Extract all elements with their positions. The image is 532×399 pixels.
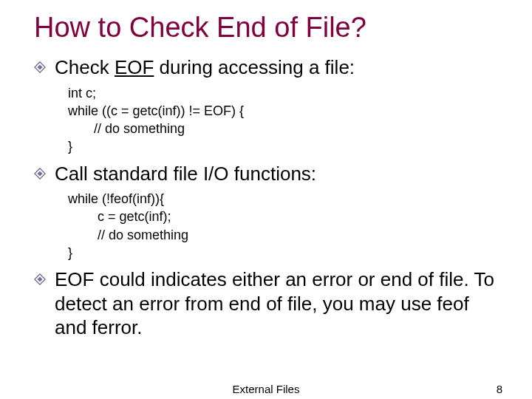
- bullet-text-1: Check EOF during accessing a file:: [55, 55, 355, 80]
- slide: How to Check End of File? Check EOF duri…: [0, 0, 532, 399]
- bullet-1-post: during accessing a file:: [154, 56, 355, 78]
- diamond-bullet-icon: [34, 273, 46, 285]
- page-number: 8: [497, 383, 502, 395]
- slide-title: How to Check End of File?: [34, 12, 504, 44]
- diamond-bullet-icon: [34, 61, 46, 73]
- svg-rect-5: [37, 277, 42, 282]
- bullet-item-2: Call standard file I/O functions:: [34, 162, 504, 186]
- bullet-1-underline: EOF: [115, 56, 154, 78]
- footer-center-text: External Files: [233, 383, 300, 395]
- code-block-2: while (!feof(inf)){ c = getc(inf); // do…: [68, 190, 504, 262]
- svg-rect-3: [37, 171, 42, 176]
- code-block-1: int c; while ((c = getc(inf)) != EOF) { …: [68, 84, 504, 156]
- bullet-text-2: Call standard file I/O functions:: [55, 162, 316, 186]
- diamond-bullet-icon: [34, 168, 46, 180]
- bullet-item-3: EOF could indicates either an error or e…: [34, 267, 504, 340]
- svg-rect-1: [37, 64, 42, 69]
- bullet-text-3: EOF could indicates either an error or e…: [55, 267, 504, 340]
- bullet-item-1: Check EOF during accessing a file:: [34, 55, 504, 80]
- bullet-1-pre: Check: [55, 56, 115, 78]
